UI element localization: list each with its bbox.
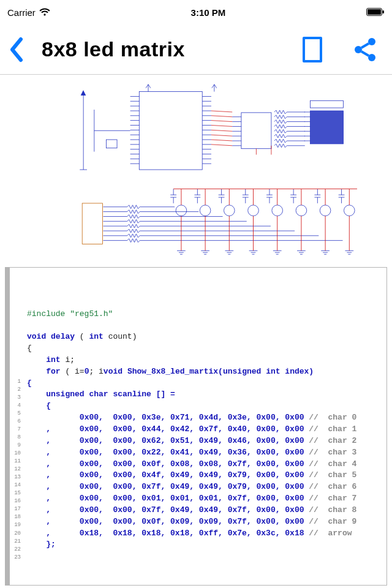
svg-rect-39 (241, 113, 271, 149)
svg-point-108 (320, 205, 331, 216)
svg-line-53 (211, 116, 232, 117)
svg-point-109 (344, 205, 355, 216)
svg-line-55 (211, 125, 232, 126)
svg-rect-1 (368, 9, 381, 15)
svg-point-106 (272, 205, 283, 216)
svg-point-105 (248, 205, 259, 216)
svg-line-57 (211, 135, 232, 136)
chevron-left-icon (9, 37, 24, 62)
bookmark-button[interactable] (299, 31, 326, 68)
nav-bar: 8x8 led matrix (0, 24, 392, 75)
carrier-label: Carrier (7, 7, 36, 18)
code-block[interactable]: 1 2 3 4 5 6 7 8 9 10 11 12 13 14 15 16 1… (5, 267, 387, 586)
svg-rect-2 (382, 10, 384, 13)
svg-line-56 (211, 130, 232, 131)
battery-icon (366, 8, 385, 17)
code-gutter: 1 2 3 4 5 6 7 8 9 10 11 12 13 14 15 16 1… (10, 268, 23, 580)
svg-point-4 (355, 46, 362, 53)
status-right (366, 8, 385, 17)
svg-rect-48 (311, 111, 344, 144)
svg-line-7 (361, 51, 369, 56)
svg-point-103 (200, 205, 211, 216)
svg-line-59 (211, 145, 232, 146)
svg-line-58 (211, 140, 232, 141)
back-button[interactable] (9, 31, 36, 68)
content-area[interactable]: 1 2 3 4 5 6 7 8 9 10 11 12 13 14 15 16 1… (0, 75, 392, 588)
code-text: #include "reg51.h" void delay ( int coun… (27, 309, 382, 551)
status-bar: Carrier 3:10 PM (0, 0, 392, 24)
rectangle-icon (303, 37, 322, 62)
schematic-image (0, 75, 392, 265)
svg-line-60 (211, 111, 232, 112)
svg-rect-134 (82, 203, 102, 244)
svg-line-54 (211, 121, 232, 122)
svg-rect-47 (311, 100, 344, 108)
status-left: Carrier (7, 7, 50, 18)
svg-point-102 (176, 205, 187, 216)
svg-rect-8 (139, 92, 202, 170)
share-button[interactable] (350, 31, 380, 68)
share-icon (353, 37, 377, 62)
svg-point-104 (224, 205, 235, 216)
wifi-icon (39, 8, 50, 17)
svg-rect-49 (106, 140, 117, 148)
svg-line-6 (361, 43, 369, 48)
clock-label: 3:10 PM (191, 7, 226, 18)
svg-point-3 (368, 38, 375, 45)
svg-point-107 (296, 205, 307, 216)
svg-point-5 (368, 54, 375, 61)
page-title: 8x8 led matrix (42, 37, 185, 61)
